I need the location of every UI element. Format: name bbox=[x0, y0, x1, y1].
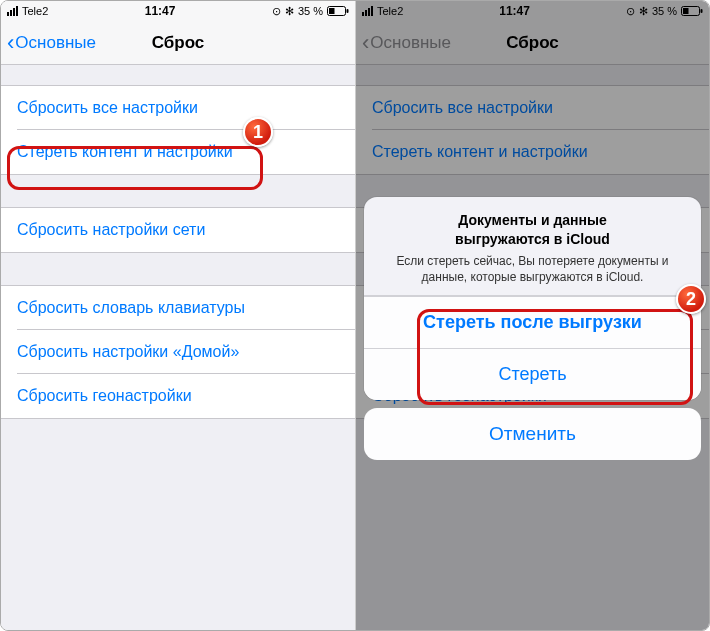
erase-now-button[interactable]: Стереть bbox=[364, 348, 701, 400]
button-label: Стереть после выгрузки bbox=[423, 312, 642, 333]
group-3: Сбросить словарь клавиатуры Сбросить нас… bbox=[1, 285, 355, 419]
alarm-icon: ⊙ bbox=[272, 5, 281, 18]
back-button[interactable]: ‹ Основные bbox=[1, 32, 96, 54]
row-label: Стереть контент и настройки bbox=[17, 143, 233, 161]
row-label: Сбросить настройки сети bbox=[17, 221, 205, 239]
status-bar: Tele2 11:47 ⊙ ✻ 35 % bbox=[1, 1, 355, 21]
sheet-message: Если стереть сейчас, Вы потеряете докуме… bbox=[382, 253, 683, 285]
cancel-button[interactable]: Отменить bbox=[364, 408, 701, 460]
battery-percent: 35 % bbox=[298, 5, 323, 17]
tutorial-frame: Tele2 11:47 ⊙ ✻ 35 % ‹ Основные Сброс Сб… bbox=[0, 0, 710, 631]
reset-location-privacy[interactable]: Сбросить геонастройки bbox=[1, 374, 355, 418]
button-label: Отменить bbox=[489, 423, 576, 445]
group-1: Сбросить все настройки Стереть контент и… bbox=[1, 85, 355, 175]
row-label: Сбросить все настройки bbox=[17, 99, 198, 117]
row-label: Сбросить геонастройки bbox=[17, 387, 192, 405]
back-button-label: Основные bbox=[15, 33, 96, 53]
svg-rect-1 bbox=[329, 8, 335, 14]
button-label: Стереть bbox=[498, 364, 566, 385]
signal-icon bbox=[7, 6, 18, 16]
reset-all-settings[interactable]: Сбросить все настройки bbox=[1, 86, 355, 130]
action-sheet: Документы и данные выгружаются в iCloud … bbox=[364, 197, 701, 460]
group-2: Сбросить настройки сети bbox=[1, 207, 355, 253]
svg-rect-2 bbox=[346, 9, 348, 13]
erase-after-upload-button[interactable]: Стереть после выгрузки bbox=[364, 296, 701, 348]
reset-keyboard-dict[interactable]: Сбросить словарь клавиатуры bbox=[1, 286, 355, 330]
nav-bar: ‹ Основные Сброс bbox=[1, 21, 355, 65]
battery-icon bbox=[327, 6, 349, 16]
sheet-header: Документы и данные выгружаются в iCloud … bbox=[364, 197, 701, 296]
erase-content-settings[interactable]: Стереть контент и настройки bbox=[1, 130, 355, 174]
reset-home-layout[interactable]: Сбросить настройки «Домой» bbox=[1, 330, 355, 374]
row-label: Сбросить словарь клавиатуры bbox=[17, 299, 245, 317]
status-time: 11:47 bbox=[145, 4, 176, 18]
chevron-left-icon: ‹ bbox=[7, 32, 14, 54]
row-label: Сбросить настройки «Домой» bbox=[17, 343, 239, 361]
phone-right: Tele2 11:47 ⊙ ✻ 35 % ‹ Основные Сброс Сб… bbox=[355, 1, 709, 630]
reset-network[interactable]: Сбросить настройки сети bbox=[1, 208, 355, 252]
sheet-title: Документы и данные выгружаются в iCloud bbox=[382, 211, 683, 249]
settings-list: Сбросить все настройки Стереть контент и… bbox=[1, 65, 355, 419]
phone-left: Tele2 11:47 ⊙ ✻ 35 % ‹ Основные Сброс Сб… bbox=[1, 1, 355, 630]
carrier-label: Tele2 bbox=[22, 5, 48, 17]
bluetooth-icon: ✻ bbox=[285, 5, 294, 18]
